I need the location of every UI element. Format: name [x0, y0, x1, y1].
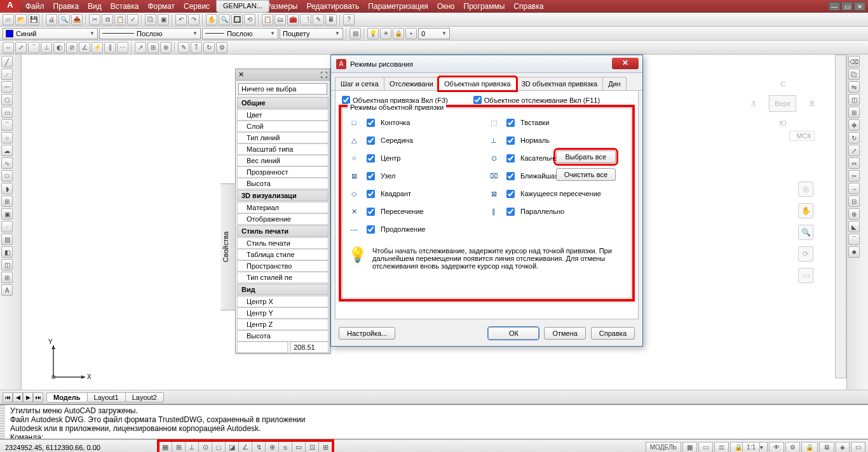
zoom-rt-icon[interactable]: 🔍 [219, 14, 230, 25]
dimdia-icon[interactable]: ⊘ [66, 42, 78, 53]
viewcube-top[interactable]: Верх [769, 95, 796, 112]
paste-icon[interactable]: 📋 [114, 14, 126, 25]
zoom-win-icon[interactable]: 🔲 [231, 14, 243, 25]
select-all-button[interactable]: Выбрать все [556, 150, 616, 163]
dimtedit-icon[interactable]: T [191, 42, 202, 53]
snap-checkbox[interactable] [506, 119, 515, 127]
prop-row[interactable]: Тип линий [237, 132, 329, 143]
snap-checkbox[interactable] [367, 119, 375, 127]
isolate-icon[interactable]: ◈ [836, 442, 850, 453]
tab-snap-grid[interactable]: Шаг и сетка [335, 77, 384, 90]
prop-group[interactable]: Стиль печати [237, 225, 329, 237]
menu-format[interactable]: Формат [147, 2, 175, 11]
copy-mod-icon[interactable]: ⿻ [848, 69, 860, 80]
mtext-icon[interactable]: A [1, 284, 13, 296]
arc-icon[interactable]: ⌒ [1, 119, 13, 131]
scale-icon[interactable]: ⤢ [848, 145, 860, 156]
calc-icon[interactable]: 🖩 [325, 14, 337, 25]
scrollbar-vertical[interactable] [835, 55, 846, 378]
snap-checkbox[interactable] [506, 154, 515, 163]
chamfer-icon[interactable]: ◣ [848, 221, 860, 232]
showmo-icon[interactable]: ▭ [798, 268, 813, 283]
preview-icon[interactable]: 🔍 [58, 14, 70, 25]
menu-window[interactable]: Окно [437, 2, 455, 11]
tol-icon[interactable]: ⊞ [147, 42, 159, 53]
erase-icon[interactable]: ⌫ [848, 56, 860, 67]
prop-row[interactable]: Тип стилей пе [237, 272, 329, 283]
prop-row[interactable]: Масштаб типа [237, 143, 329, 155]
point-icon[interactable]: · [1, 221, 13, 232]
tabnav-next-icon[interactable]: ▶ [23, 392, 33, 402]
prop-row[interactable]: Пространство [237, 260, 329, 272]
dyn-mode-icon[interactable]: ⊕ [265, 441, 279, 453]
tabnav-first-icon[interactable]: ⏮ [3, 392, 13, 402]
hardware-icon[interactable]: 🖥 [819, 442, 834, 453]
join-icon[interactable]: ⊕ [848, 208, 860, 220]
ortho-mode-icon[interactable]: ⊥ [185, 441, 199, 453]
table-icon[interactable]: ⊞ [1, 272, 13, 283]
rotate-icon[interactable]: ↻ [848, 132, 860, 143]
viewcube-wcs[interactable]: МСК [789, 131, 815, 141]
snap-checkbox[interactable] [367, 208, 375, 216]
match-icon[interactable]: ✓ [127, 14, 139, 25]
prop-row[interactable]: Высота [237, 330, 329, 342]
gradient-icon[interactable]: ◧ [1, 246, 13, 258]
prop-row[interactable]: Высота [237, 178, 329, 189]
tabnav-last-icon[interactable]: ⏭ [33, 392, 43, 402]
spline-icon[interactable]: ∿ [1, 157, 13, 169]
snap-checkbox[interactable] [367, 172, 375, 180]
ws-icon[interactable]: ⚙ [785, 442, 800, 453]
block-icon[interactable]: ▣ [1, 208, 13, 220]
lwt-mode-icon[interactable]: ≡ [278, 441, 292, 453]
osnap-mode-icon[interactable]: □ [212, 441, 226, 453]
dialog-close-button[interactable]: ✕ [612, 58, 639, 69]
grid-mode-icon[interactable]: ⊞ [172, 441, 186, 453]
zoom-nav-icon[interactable]: 🔍 [798, 225, 813, 240]
cancel-button[interactable]: Отмена [544, 327, 585, 340]
prop-row[interactable]: Цвет [237, 109, 329, 121]
prop-row[interactable]: Прозрачност [237, 166, 329, 178]
extend-icon[interactable]: → [848, 183, 860, 194]
break-icon[interactable]: ⊟ [848, 196, 860, 207]
lcolor-icon[interactable]: ▪ [405, 28, 417, 39]
tpy-mode-icon[interactable]: ▭ [292, 441, 306, 453]
scale-display[interactable]: 🔒 1:1 ▾ [730, 442, 768, 453]
cmd-handle[interactable] [0, 405, 5, 439]
help-button[interactable]: Справка [591, 327, 635, 340]
otrack-mode-icon[interactable]: ∠ [238, 441, 252, 453]
palette-close-icon[interactable]: ✕ [238, 70, 244, 79]
leader-icon[interactable]: ↗ [135, 42, 146, 53]
props-icon[interactable]: 📋 [262, 14, 273, 25]
fillet-icon[interactable]: ⌒ [848, 234, 860, 245]
insert-icon[interactable]: ⊞ [1, 196, 13, 207]
model-space-button[interactable]: МОДЕЛЬ [646, 442, 681, 453]
snap-mode-icon[interactable]: ▦ [158, 441, 172, 453]
snap-checkbox[interactable] [506, 172, 515, 180]
prop-row[interactable]: Таблица стиле [237, 249, 329, 260]
pline-icon[interactable]: 〰 [1, 81, 13, 93]
cen-icon[interactable]: ⊕ [160, 42, 172, 53]
publish-icon[interactable]: 📤 [71, 14, 83, 25]
cut-icon[interactable]: ✂ [89, 14, 100, 25]
minimize-button[interactable]: — [829, 2, 840, 11]
polygon-icon[interactable]: ⬠ [1, 94, 13, 105]
tabnav-prev-icon[interactable]: ◀ [13, 392, 23, 402]
redo-icon[interactable]: ↷ [188, 14, 200, 25]
ducs-mode-icon[interactable]: ↯ [252, 441, 266, 453]
toolbar-lock-icon[interactable]: 🔒 [801, 442, 818, 453]
print-icon[interactable]: 🖨 [46, 14, 57, 25]
dimord-icon[interactable]: ⊥ [41, 42, 52, 53]
bulb-icon[interactable]: 💡 [367, 28, 379, 39]
menu-dim[interactable]: Размеры [266, 2, 298, 11]
dimarc-icon[interactable]: ⌒ [28, 42, 39, 53]
tab-layout2[interactable]: Layout2 [125, 392, 164, 402]
3dosnap-mode-icon[interactable]: ◪ [225, 441, 239, 453]
pan-icon[interactable]: ✋ [206, 14, 217, 25]
cleanscreen-icon[interactable]: ▭ [851, 442, 865, 453]
layer-icon[interactable]: ▤ [349, 28, 361, 39]
lineweight-combo[interactable]: Послою ▼ [202, 28, 278, 39]
snap-checkbox[interactable] [367, 190, 375, 198]
clear-all-button[interactable]: Очистить все [556, 168, 616, 181]
command-window[interactable]: Утилиты меню AutoCAD загружены. Файл Aut… [0, 404, 868, 439]
prop-row[interactable]: Центр X [237, 296, 329, 307]
